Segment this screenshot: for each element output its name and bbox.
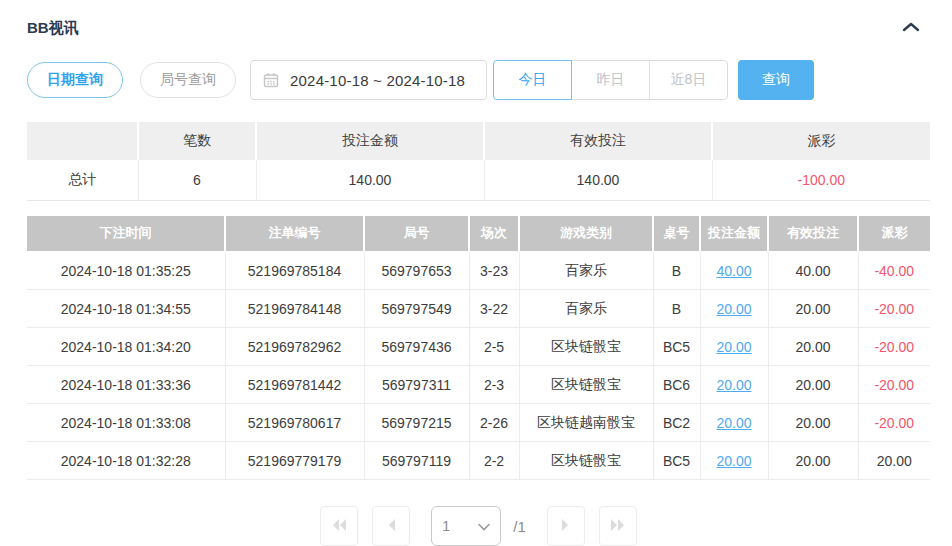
cell-game-type: 区块链骰宝: [519, 328, 653, 366]
cell-table-no: B: [653, 252, 700, 290]
cell-game-type: 百家乐: [519, 252, 653, 290]
table-row: 2024-10-18 01:34:55 521969784148 5697975…: [27, 290, 930, 328]
first-page-button[interactable]: [320, 506, 358, 546]
summary-total-bet-amount: 140.00: [256, 160, 484, 200]
summary-header-row: 笔数 投注金额 有效投注 派彩: [27, 122, 930, 160]
summary-col-empty: [27, 122, 138, 160]
collapse-panel-button[interactable]: [892, 19, 930, 38]
prev-page-button[interactable]: [372, 506, 410, 546]
table-row: 2024-10-18 01:32:28 521969779179 5697971…: [27, 442, 930, 480]
cell-payout: 20.00: [858, 442, 930, 480]
cell-valid-bet: 20.00: [768, 442, 858, 480]
cell-order-no: 521969784148: [225, 290, 364, 328]
search-button[interactable]: 查询: [738, 60, 814, 100]
cell-round-no: 569797311: [364, 366, 469, 404]
cell-payout: -20.00: [858, 404, 930, 442]
summary-col-payout: 派彩: [712, 122, 930, 160]
summary-col-bet-amount: 投注金额: [256, 122, 484, 160]
col-session: 场次: [469, 216, 519, 252]
col-round-no: 局号: [364, 216, 469, 252]
double-chevron-right-icon: [610, 518, 626, 535]
quick-range-last8days-button[interactable]: 近8日: [649, 60, 728, 100]
summary-total-label: 总计: [27, 160, 138, 200]
cell-session: 3-23: [469, 252, 519, 290]
cell-round-no: 569797549: [364, 290, 469, 328]
cell-valid-bet: 20.00: [768, 328, 858, 366]
summary-total-count: 6: [138, 160, 256, 200]
cell-session: 2-5: [469, 328, 519, 366]
chevron-down-icon: [478, 518, 490, 534]
cell-session: 2-3: [469, 366, 519, 404]
cell-payout: -20.00: [858, 290, 930, 328]
chevron-left-icon: [386, 518, 396, 535]
cell-round-no: 569797215: [364, 404, 469, 442]
col-game-type: 游戏类别: [519, 216, 653, 252]
summary-col-count: 笔数: [138, 122, 256, 160]
page-select[interactable]: 1: [431, 506, 501, 546]
cell-valid-bet: 20.00: [768, 366, 858, 404]
cell-session: 3-22: [469, 290, 519, 328]
cell-bet-time: 2024-10-18 01:34:55: [27, 290, 225, 328]
double-chevron-left-icon: [331, 518, 347, 535]
col-bet-amount: 投注金额: [700, 216, 768, 252]
next-page-button[interactable]: [547, 506, 585, 546]
cell-round-no: 569797653: [364, 252, 469, 290]
cell-valid-bet: 40.00: [768, 252, 858, 290]
table-row: 2024-10-18 01:35:25 521969785184 5697976…: [27, 252, 930, 290]
filter-bar: 日期查询 局号查询 2024-10-18 ~ 2024-10-18 今日 昨日 …: [27, 60, 930, 100]
cell-valid-bet: 20.00: [768, 404, 858, 442]
page-select-value: 1: [442, 518, 450, 534]
date-range-value: 2024-10-18 ~ 2024-10-18: [290, 72, 465, 89]
table-row: 2024-10-18 01:34:20 521969782962 5697974…: [27, 328, 930, 366]
pagination: 1 /1: [27, 506, 930, 546]
cell-table-no: BC6: [653, 366, 700, 404]
cell-payout: -40.00: [858, 252, 930, 290]
bet-amount-link[interactable]: 20.00: [716, 377, 751, 393]
cell-table-no: BC2: [653, 404, 700, 442]
page-total-label: /1: [513, 518, 526, 535]
table-row: 2024-10-18 01:33:36 521969781442 5697973…: [27, 366, 930, 404]
date-query-tab[interactable]: 日期查询: [27, 62, 123, 98]
cell-bet-time: 2024-10-18 01:33:08: [27, 404, 225, 442]
col-payout: 派彩: [858, 216, 930, 252]
cell-bet-time: 2024-10-18 01:33:36: [27, 366, 225, 404]
cell-table-no: BC5: [653, 442, 700, 480]
cell-bet-time: 2024-10-18 01:35:25: [27, 252, 225, 290]
quick-range-yesterday-button[interactable]: 昨日: [571, 60, 650, 100]
cell-order-no: 521969780617: [225, 404, 364, 442]
col-valid-bet: 有效投注: [768, 216, 858, 252]
last-page-button[interactable]: [599, 506, 637, 546]
cell-order-no: 521969779179: [225, 442, 364, 480]
bet-amount-link[interactable]: 20.00: [716, 339, 751, 355]
cell-session: 2-2: [469, 442, 519, 480]
bet-amount-link[interactable]: 20.00: [716, 453, 751, 469]
summary-total-row: 总计 6 140.00 140.00 -100.00: [27, 160, 930, 200]
quick-range-group: 今日 昨日 近8日: [493, 60, 728, 100]
bet-amount-link[interactable]: 20.00: [716, 301, 751, 317]
page-title: BB视讯: [27, 19, 79, 38]
cell-table-no: BC5: [653, 328, 700, 366]
bet-amount-link[interactable]: 40.00: [716, 263, 751, 279]
panel-header: BB视讯: [27, 16, 930, 40]
cell-table-no: B: [653, 290, 700, 328]
bets-header-row: 下注时间 注单编号 局号 场次 游戏类别 桌号 投注金额 有效投注 派彩: [27, 216, 930, 252]
cell-order-no: 521969781442: [225, 366, 364, 404]
chevron-right-icon: [561, 518, 571, 535]
cell-payout: -20.00: [858, 328, 930, 366]
cell-game-type: 区块链骰宝: [519, 366, 653, 404]
round-query-tab[interactable]: 局号查询: [140, 62, 236, 98]
summary-total-valid-bet: 140.00: [484, 160, 712, 200]
summary-table: 笔数 投注金额 有效投注 派彩 总计 6 140.00 140.00 -100.…: [27, 122, 930, 201]
date-range-input[interactable]: 2024-10-18 ~ 2024-10-18: [250, 60, 487, 100]
cell-game-type: 区块链越南骰宝: [519, 404, 653, 442]
quick-range-today-button[interactable]: 今日: [493, 60, 572, 100]
table-row: 2024-10-18 01:33:08 521969780617 5697972…: [27, 404, 930, 442]
cell-game-type: 区块链骰宝: [519, 442, 653, 480]
bb-video-panel: BB视讯 日期查询 局号查询 2024-10-18 ~ 2024-10-18: [0, 0, 952, 546]
cell-order-no: 521969782962: [225, 328, 364, 366]
bet-amount-link[interactable]: 20.00: [716, 415, 751, 431]
cell-valid-bet: 20.00: [768, 290, 858, 328]
chevron-up-icon: [902, 21, 920, 36]
cell-game-type: 百家乐: [519, 290, 653, 328]
summary-col-valid-bet: 有效投注: [484, 122, 712, 160]
